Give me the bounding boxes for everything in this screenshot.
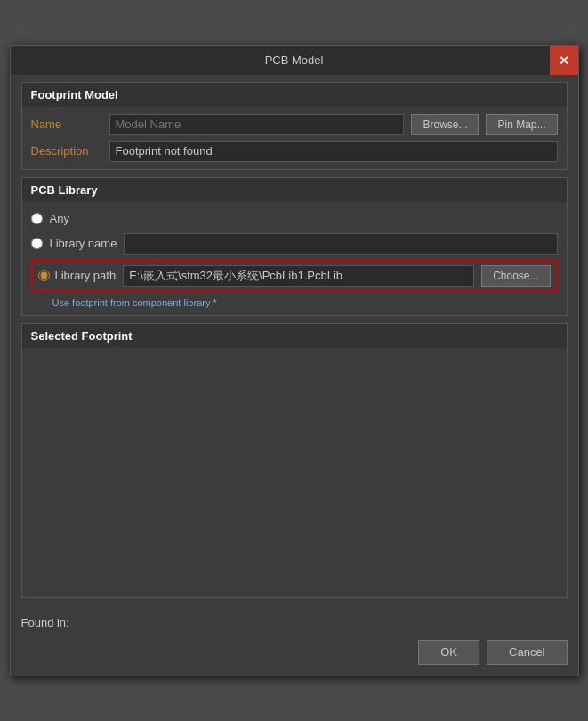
selected-footprint-header: Selected Footprint — [22, 324, 567, 348]
footprint-model-section: Footprint Model Name Browse... Pin Map..… — [21, 82, 568, 170]
any-radio-row: Any — [31, 209, 558, 228]
library-name-input[interactable] — [124, 233, 557, 255]
any-label: Any — [50, 212, 69, 225]
pcb-library-header: PCB Library — [22, 178, 567, 202]
cancel-button[interactable]: Cancel — [487, 640, 567, 665]
ok-button[interactable]: OK — [418, 640, 479, 665]
browse-button[interactable]: Browse... — [411, 114, 479, 135]
name-row: Name Browse... Pin Map... — [31, 114, 558, 135]
hint-text: Use footprint from component library * — [31, 297, 558, 308]
library-path-input[interactable] — [123, 265, 474, 287]
library-name-row: Library name — [31, 233, 558, 255]
dialog-body: Footprint Model Name Browse... Pin Map..… — [11, 75, 578, 609]
library-path-row: Library path Choose... — [31, 260, 558, 292]
dialog-title: PCB Model — [265, 53, 324, 67]
description-row: Description — [31, 141, 558, 162]
selected-footprint-section: Selected Footprint — [21, 323, 568, 598]
library-name-radio[interactable] — [31, 238, 43, 249]
footprint-model-content: Name Browse... Pin Map... Description — [22, 107, 567, 169]
pcb-library-content: Any Library name Library path Choose... — [22, 202, 567, 315]
pcb-library-section: PCB Library Any Library name — [21, 177, 568, 316]
title-bar: PCB Model ✕ — [11, 46, 578, 75]
name-input[interactable] — [109, 114, 405, 135]
footer-buttons: OK Cancel — [21, 636, 568, 668]
footprint-display-area — [22, 348, 567, 597]
pin-map-button[interactable]: Pin Map... — [486, 114, 557, 135]
bottom-area: Found in: OK Cancel — [11, 609, 578, 676]
pcb-model-dialog: PCB Model ✕ Footprint Model Name Browse.… — [10, 45, 579, 676]
library-path-label: Library path — [38, 269, 117, 282]
found-in-label: Found in: — [21, 616, 69, 629]
library-name-label: Library name — [50, 237, 117, 250]
name-label: Name — [31, 117, 102, 131]
any-radio[interactable] — [31, 213, 43, 224]
close-button[interactable]: ✕ — [550, 46, 578, 75]
found-in-row: Found in: — [21, 616, 568, 629]
library-path-radio[interactable] — [38, 270, 50, 281]
description-input[interactable] — [109, 141, 558, 162]
footprint-model-header: Footprint Model — [22, 83, 567, 107]
choose-button[interactable]: Choose... — [481, 265, 550, 287]
description-label: Description — [31, 144, 102, 158]
